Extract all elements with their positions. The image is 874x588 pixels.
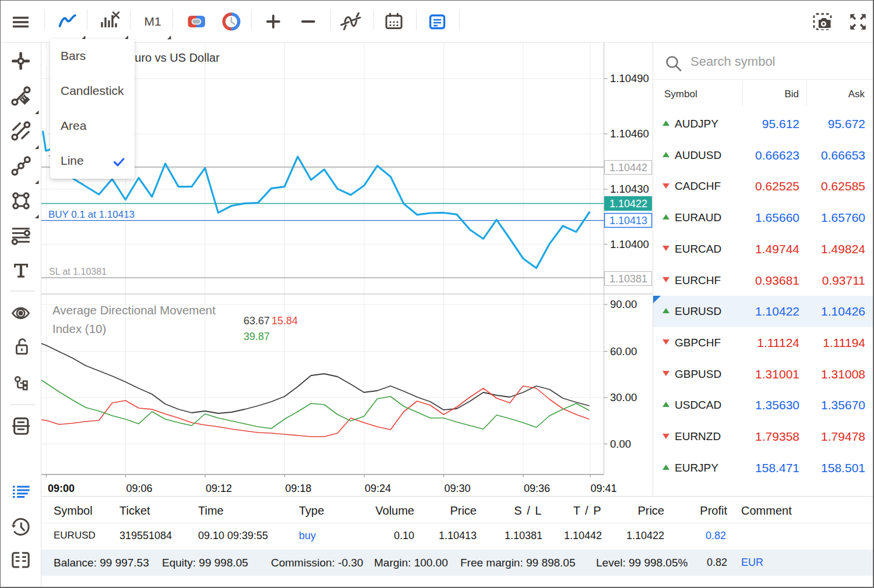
svg-text:09:18: 09:18: [286, 483, 312, 494]
svg-text:1.10400: 1.10400: [610, 238, 649, 250]
svg-text:15.84: 15.84: [272, 315, 298, 327]
svg-text:1.10490: 1.10490: [610, 72, 649, 84]
svg-text:09:30: 09:30: [445, 483, 471, 494]
svg-text:1.10422: 1.10422: [609, 198, 647, 210]
svg-text:1.10460: 1.10460: [610, 127, 649, 140]
svg-text:SL at 1.10381: SL at 1.10381: [49, 267, 107, 277]
svg-text:09:36: 09:36: [524, 483, 550, 494]
svg-text:0.00: 0.00: [610, 438, 631, 450]
svg-text:BUY 0.1 at 1.10413: BUY 0.1 at 1.10413: [48, 209, 135, 220]
svg-text:09:12: 09:12: [206, 483, 232, 494]
svg-text:1.10430: 1.10430: [610, 183, 649, 195]
svg-text:90.00: 90.00: [610, 298, 637, 310]
svg-text:1.10381: 1.10381: [609, 273, 647, 285]
svg-text:63.67: 63.67: [244, 315, 270, 327]
svg-text:30.00: 30.00: [610, 391, 637, 403]
svg-text:Index (10): Index (10): [52, 322, 106, 335]
svg-text:60.00: 60.00: [610, 345, 637, 357]
svg-text:09:41: 09:41: [591, 483, 617, 494]
svg-text:39.87: 39.87: [244, 331, 270, 342]
svg-text:1.10413: 1.10413: [609, 215, 647, 226]
svg-text:Average Directional Movement: Average Directional Movement: [52, 303, 216, 317]
svg-text:M1: M1: [144, 15, 161, 28]
svg-text:09:06: 09:06: [126, 483, 153, 494]
svg-text:1.10442: 1.10442: [609, 162, 647, 173]
svg-text:09:00: 09:00: [48, 483, 75, 494]
svg-text:09:24: 09:24: [365, 483, 391, 494]
